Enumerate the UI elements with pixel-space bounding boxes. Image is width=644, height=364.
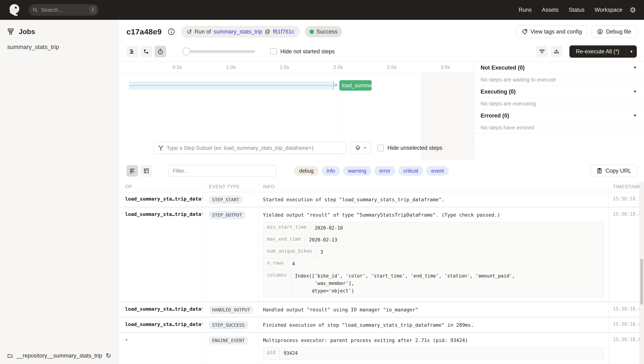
step-subset-input[interactable]: Type a Step Subset (ex: load_summary_sta… — [154, 142, 347, 154]
search-shortcut-key: / — [89, 6, 96, 14]
log-timestamp: 15:30:18.895 — [608, 333, 644, 364]
at-sign: @ — [265, 28, 270, 35]
panel-section-title: Executing (0) — [480, 88, 516, 95]
column-divider — [202, 182, 202, 364]
metadata-row: num_unique_bikes3 — [263, 246, 604, 258]
metadata-key: columns — [263, 270, 291, 297]
global-search-input[interactable]: Search... / — [28, 4, 99, 16]
log-event-type-cell: ENGINE_EVENT — [202, 333, 258, 364]
log-info-cell: Finished execution of step "load_summary… — [258, 318, 608, 332]
topnav-link-workspace[interactable]: Workspace — [595, 7, 622, 13]
structured-view-button[interactable] — [140, 165, 152, 176]
status-label: Success — [316, 28, 338, 35]
log-op-cell: load_summary_sta…trip_dataframe — [118, 318, 202, 332]
log-event-type-cell: STEP_OUTPUT — [202, 208, 258, 302]
metadata-table: pid93424 — [263, 347, 604, 360]
metadata-table: min_start_time2020-02-10max_end_time2020… — [263, 222, 604, 297]
log-timestamp: 15:30:18.451 — [608, 318, 644, 332]
jobs-title: Jobs — [19, 28, 35, 36]
refresh-icon[interactable]: ↻ — [106, 352, 111, 359]
log-info-cell: Yielded output "result" of type "Summary… — [258, 208, 608, 302]
topnav-link-assets[interactable]: Assets — [542, 7, 558, 13]
gantt-step-box[interactable]: load_summary_ — [339, 80, 372, 91]
panel-section-caption: No steps have errored — [474, 122, 644, 134]
log-scrollbar-track[interactable] — [639, 182, 644, 364]
log-table-row[interactable]: load_summary_sta…trip_dataframeSTEP_OUTP… — [118, 208, 644, 302]
log-table-row[interactable]: load_summary_sta…trip_dataframeHANDLED_O… — [118, 302, 644, 318]
log-section: Filter... debuginfowarningerrorcriticale… — [118, 160, 644, 364]
view-tags-and-config-button[interactable]: View tags and config — [516, 26, 588, 38]
log-level-chip-warning[interactable]: warning — [343, 166, 371, 176]
hide-not-started-row[interactable]: Hide not started steps — [270, 48, 335, 55]
log-event-type-cell: HANDLED_OUTPUT — [202, 302, 258, 317]
column-divider — [608, 182, 608, 364]
panel-section-header[interactable]: Executing (0)▼ — [474, 86, 644, 98]
info-icon[interactable] — [167, 27, 176, 36]
pipeline-link[interactable]: summary_stats_trip — [214, 28, 262, 35]
log-level-chip-info[interactable]: info — [322, 166, 340, 176]
stopwatch-icon — [157, 48, 164, 55]
caret-down-icon: ▼ — [633, 90, 637, 94]
metadata-row: columnsIndex(['bike_id', 'color', 'start… — [263, 270, 604, 297]
event-type-badge: ENGINE_EVENT — [209, 336, 248, 344]
log-event-type-cell: STEP_SUCCESS — [202, 318, 258, 332]
log-level-chip-event[interactable]: event — [426, 166, 449, 176]
log-table-rows: load_summary_sta…trip_dataframeSTEP_STAR… — [118, 192, 644, 364]
log-scrollbar-thumb[interactable] — [640, 259, 643, 305]
metadata-value: 93424 — [280, 348, 302, 359]
slider-thumb[interactable] — [182, 48, 190, 56]
gantt-waterfall-view-button[interactable] — [140, 46, 152, 57]
axis-tick-label: 1.5s — [280, 64, 290, 70]
metadata-key: min_start_time — [263, 222, 311, 234]
repository-row[interactable]: __repository__summary_stats_trip ↻ — [0, 347, 118, 364]
gantt-flat-view-button[interactable] — [126, 46, 138, 57]
gantt-dependency-line — [130, 85, 333, 86]
panel-section-header[interactable]: Errored (0)▼ — [474, 110, 644, 122]
commit-link[interactable]: f61f761c — [273, 28, 294, 35]
gantt-timing-view-button[interactable] — [154, 46, 166, 57]
panel-section-header[interactable]: Not Executed (0)▼ — [474, 62, 644, 74]
metadata-key: n_rows — [263, 258, 288, 270]
panel-section-caption: No steps are waiting to execute — [474, 74, 644, 86]
expand-panel-up-button[interactable] — [551, 46, 562, 57]
log-level-chip-debug[interactable]: debug — [294, 166, 319, 176]
apply-subset-button[interactable] — [351, 142, 371, 154]
gantt-chart-pane: 0.5s1.0s1.5s2.0s2.5s3.0s load_summary_ — [118, 62, 474, 160]
search-placeholder: Search... — [41, 7, 86, 13]
gantt-zoom-slider[interactable] — [183, 50, 255, 53]
gear-icon[interactable]: ⚙ — [630, 6, 636, 14]
event-type-badge: HANDLED_OUTPUT — [209, 306, 253, 314]
panel-section-title: Errored (0) — [480, 112, 509, 119]
topnav-link-runs[interactable]: Runs — [518, 7, 532, 13]
log-message: Finished execution of step "load_summary… — [263, 320, 604, 329]
log-table-row[interactable]: -ENGINE_EVENTMultiprocess executor: pare… — [118, 333, 644, 364]
log-filter-input[interactable]: Filter... — [168, 165, 276, 176]
log-table-row[interactable]: load_summary_sta…trip_dataframeSTEP_SUCC… — [118, 318, 644, 333]
hide-unselected-checkbox[interactable] — [377, 145, 384, 151]
caret-down-icon: ▼ — [633, 114, 637, 118]
log-op-cell: - — [118, 333, 202, 364]
metadata-row: pid93424 — [263, 348, 604, 359]
re-execute-all-button[interactable]: Re-execute All (*) — [570, 46, 626, 58]
log-table-row[interactable]: load_summary_sta…trip_dataframeSTEP_STAR… — [118, 192, 644, 208]
hide-unselected-row[interactable]: Hide unselected steps — [377, 145, 442, 151]
dagster-logo-icon[interactable] — [8, 3, 21, 16]
sidebar-item-summary-stats-trip[interactable]: summary_stats_trip — [0, 38, 118, 50]
stream-view-button[interactable] — [126, 165, 138, 176]
log-level-chips: debuginfowarningerrorcriticalevent — [294, 166, 449, 176]
step-status-panel: Not Executed (0)▼No steps are waiting to… — [474, 62, 644, 160]
log-filter-placeholder: Filter... — [173, 168, 188, 174]
debug-file-button[interactable]: Debug file — [592, 26, 637, 38]
re-execute-split-button: Re-execute All (*) ▾ — [570, 46, 637, 58]
metadata-value: 2020-02-10 — [311, 222, 347, 234]
copy-url-button[interactable]: Copy URL — [591, 165, 637, 177]
download-circle-icon — [597, 29, 603, 35]
re-execute-caret-button[interactable]: ▾ — [626, 46, 637, 58]
topnav-links: RunsAssetsStatusWorkspace — [518, 7, 622, 13]
topnav-link-status[interactable]: Status — [569, 7, 584, 13]
log-level-chip-error[interactable]: error — [374, 166, 395, 176]
expand-panel-down-button[interactable] — [536, 46, 548, 57]
metadata-value: 3 — [316, 246, 327, 258]
log-level-chip-critical[interactable]: critical — [398, 166, 423, 176]
hide-not-started-checkbox[interactable] — [270, 48, 277, 55]
